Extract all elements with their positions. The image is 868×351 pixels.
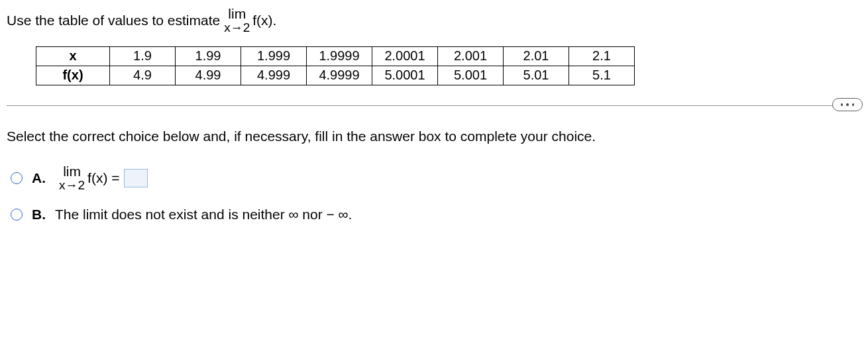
choice-b-text: The limit does not exist and is neither … [55, 207, 352, 223]
choice-a-after: f(x) = [87, 170, 119, 186]
cell: 5.0001 [372, 66, 438, 85]
choices-group: A. lim x→2 f(x) = B. The limit does not … [7, 164, 861, 223]
cell: 2.001 [438, 46, 504, 66]
cell: 1.9 [110, 46, 176, 66]
limit-expression: lim x→2 [59, 164, 85, 192]
cell: 5.1 [569, 66, 635, 85]
radio-a[interactable] [11, 172, 23, 184]
choice-a[interactable]: A. lim x→2 f(x) = [11, 164, 861, 192]
cell: 4.9999 [307, 66, 372, 85]
values-table-wrap: x 1.9 1.99 1.999 1.9999 2.0001 2.001 2.0… [7, 46, 861, 85]
question-prompt: Use the table of values to estimate lim … [7, 7, 861, 34]
table-row: x 1.9 1.99 1.999 1.9999 2.0001 2.001 2.0… [36, 46, 635, 66]
lim-bottom: x→2 [224, 21, 250, 34]
cell: 2.1 [569, 46, 635, 66]
answer-input[interactable] [124, 169, 148, 187]
choice-a-letter: A. [32, 170, 46, 186]
cell: 2.01 [504, 46, 569, 66]
ellipsis-icon [852, 103, 855, 106]
section-divider [7, 105, 861, 106]
choice-b[interactable]: B. The limit does not exist and is neith… [11, 207, 861, 223]
cell: 1.999 [241, 46, 307, 66]
cell: 4.999 [241, 66, 307, 85]
prompt-after: f(x). [252, 13, 276, 28]
radio-b[interactable] [11, 209, 23, 221]
lim-bottom: x→2 [59, 179, 85, 192]
row-header-x: x [36, 46, 110, 66]
cell: 1.99 [176, 46, 241, 66]
table-row: f(x) 4.9 4.99 4.999 4.9999 5.0001 5.001 … [36, 66, 635, 85]
prompt-before: Use the table of values to estimate [7, 13, 220, 28]
cell: 4.9 [110, 66, 176, 85]
ellipsis-icon [841, 103, 843, 106]
cell: 1.9999 [307, 46, 372, 66]
row-header-fx: f(x) [36, 66, 110, 85]
cell: 5.01 [504, 66, 569, 85]
cell: 2.0001 [372, 46, 438, 66]
ellipsis-icon [846, 103, 849, 106]
limit-expression: lim x→2 [224, 7, 250, 34]
cell: 4.99 [176, 66, 241, 85]
choice-b-letter: B. [32, 207, 46, 223]
more-options-button[interactable] [832, 98, 863, 111]
values-table: x 1.9 1.99 1.999 1.9999 2.0001 2.001 2.0… [36, 46, 635, 85]
lim-top: lim [228, 7, 246, 21]
instruction-text: Select the correct choice below and, if … [7, 128, 861, 144]
choice-a-body: lim x→2 f(x) = [55, 164, 148, 192]
cell: 5.001 [438, 66, 504, 85]
lim-top: lim [63, 164, 81, 179]
